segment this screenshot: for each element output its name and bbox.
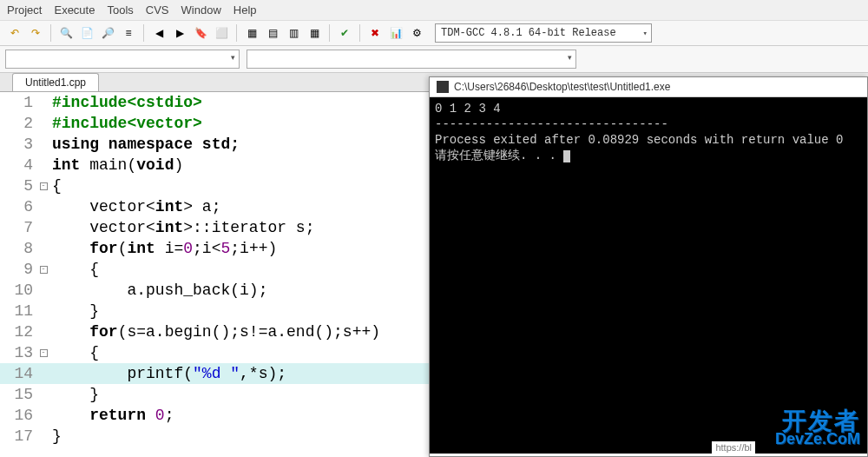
code-text: #include<vector> [49,113,202,134]
line-number: 14 [0,363,38,384]
cursor-icon [563,150,570,162]
line-number: 4 [0,155,38,176]
code-text: { [49,342,99,363]
layout4-icon[interactable]: ▦ [305,23,324,43]
redo-icon[interactable]: ↷ [26,23,45,43]
line-number: 16 [0,405,38,426]
code-text: vector<int>::iterator s; [49,217,314,238]
code-text: #include<cstdio> [49,92,202,113]
menu-cvs[interactable]: CVS [146,3,169,17]
tab-untitled1[interactable]: Untitled1.cpp [12,73,99,91]
menu-help[interactable]: Help [233,3,257,17]
prev-icon[interactable]: ◀ [149,23,168,43]
watermark-cn: 开发者 [782,414,860,429]
code-text: printf("%d ",*s); [49,363,286,384]
line-number: 10 [0,280,38,301]
undo-icon[interactable]: ↶ [5,23,24,43]
code-text: { [49,176,62,196]
console-title-text: C:\Users\26846\Desktop\test\test\Untitle… [454,81,670,93]
toolbar-separator [329,24,330,42]
line-number: 9 [0,259,38,280]
toolbar-separator [50,24,51,42]
toolbar-separator [143,24,144,42]
code-text: { [49,259,99,280]
menu-execute[interactable]: Execute [54,3,95,17]
toolbar-separator [236,24,237,42]
menu-bar: ProjectExecuteToolsCVSWindowHelp [0,0,868,21]
line-number: 13 [0,342,38,363]
search-in-files-icon[interactable]: 📄 [77,23,96,43]
profile-icon[interactable]: ⚙ [407,23,426,43]
layout3-icon[interactable]: ▥ [284,23,303,43]
code-text: int main(void) [49,155,183,176]
function-combo[interactable] [247,50,576,69]
code-text: using namespace std; [49,134,240,155]
line-number: 1 [0,92,38,113]
code-text: vector<int> a; [49,196,220,217]
line-number: 11 [0,301,38,321]
compiler-select[interactable]: TDM-GCC 4.8.1 64-bit Release [435,23,652,43]
chart-icon[interactable]: 📊 [386,23,405,43]
layout1-icon[interactable]: ▦ [242,23,261,43]
line-number: 3 [0,134,38,155]
code-text: for(s=a.begin();s!=a.end();s++) [49,321,380,342]
console-output: 0 1 2 3 4 ------------------------------… [430,97,867,454]
code-text: a.push_back(i); [49,280,267,301]
bookmark-icon[interactable]: 🔖 [191,23,210,43]
combo-row [0,46,868,73]
console-window: C:\Users\26846\Desktop\test\test\Untitle… [429,76,868,457]
toolbar: ↶↷🔍📄🔎≡◀▶🔖⬜▦▤▥▦✔✖📊⚙ TDM-GCC 4.8.1 64-bit … [0,21,868,46]
watermark-en: DevZe.CoM [775,431,860,447]
goto-icon[interactable]: ≡ [119,23,138,43]
menu-tools[interactable]: Tools [107,3,133,17]
code-text: } [49,426,62,447]
toolbar-separator [359,24,360,42]
menu-project[interactable]: Project [7,3,42,17]
menu-window[interactable]: Window [181,3,221,17]
code-text: } [49,384,99,405]
code-text: for(int i=0;i<5;i++) [49,238,277,259]
next-icon[interactable]: ▶ [170,23,189,43]
code-text: } [49,301,99,321]
line-number: 2 [0,113,38,134]
line-number: 5 [0,176,38,196]
fold-gutter[interactable]: - [38,176,49,196]
line-number: 7 [0,217,38,238]
fold-gutter[interactable]: - [38,342,49,363]
console-titlebar[interactable]: C:\Users\26846\Desktop\test\test\Untitle… [430,77,867,97]
line-number: 8 [0,238,38,259]
console-icon [437,81,449,93]
line-number: 15 [0,384,38,405]
fold-gutter[interactable]: - [38,259,49,280]
line-number: 17 [0,426,38,447]
footer-url: https://bl [712,441,755,454]
check-icon[interactable]: ✔ [335,23,354,43]
line-number: 6 [0,196,38,217]
find-replace-icon[interactable]: 🔎 [98,23,117,43]
stop-icon[interactable]: ⬜ [212,23,231,43]
line-number: 12 [0,321,38,342]
class-combo[interactable] [5,50,240,69]
search-icon[interactable]: 🔍 [56,23,76,43]
layout2-icon[interactable]: ▤ [263,23,282,43]
code-text: return 0; [49,405,174,426]
close-red-icon[interactable]: ✖ [365,23,385,43]
